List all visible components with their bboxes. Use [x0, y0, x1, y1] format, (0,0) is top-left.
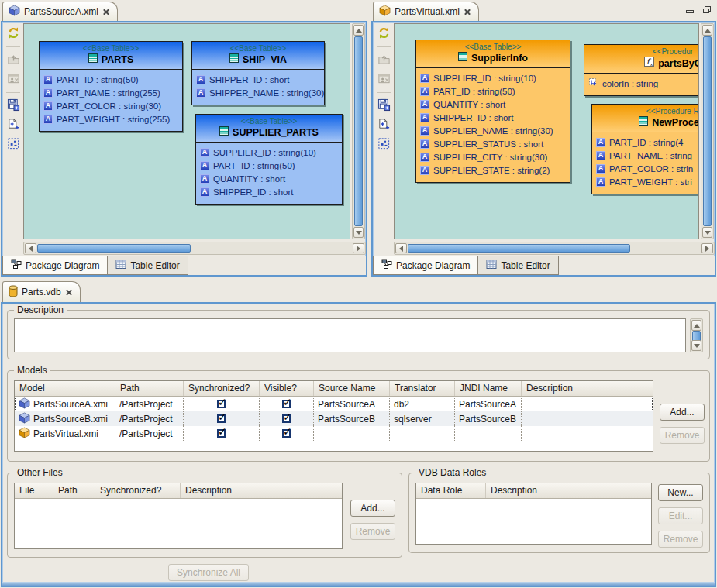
scroll-up-button[interactable] [702, 25, 712, 36]
checkbox-checked-icon[interactable] [217, 429, 226, 438]
selection-mode-button[interactable] [376, 137, 391, 152]
entity-partsByC[interactable]: <<ProcedurfxpartsByCcolorIn : string [584, 44, 699, 96]
data-role-edit-button[interactable]: Edit... [658, 507, 703, 524]
other-files-table[interactable]: FilePathSynchronized?Description [14, 483, 343, 549]
entity-attribute-row[interactable]: AQUANTITY : short [420, 98, 566, 111]
navigate-up-button[interactable] [376, 53, 391, 67]
column-header-path[interactable]: Path [115, 381, 184, 396]
insert-object-button[interactable] [376, 118, 391, 132]
entity-attribute-row[interactable]: APART_COLOR : string(30) [43, 99, 178, 112]
horizontal-scrollbar[interactable] [23, 242, 366, 255]
other-files-add-button[interactable]: Add... [350, 500, 395, 517]
column-header-synchronized[interactable]: Synchronized? [184, 381, 260, 396]
entity-attribute-row[interactable]: APART_WEIGHT : stri [596, 175, 699, 188]
scroll-left-button[interactable] [25, 243, 36, 253]
entity-attribute-row[interactable]: APART_COLOR : strin [596, 162, 699, 175]
models-table-row[interactable]: PartsVirtual.xmi/PartsProject [15, 426, 653, 441]
save-diagram-button[interactable] [376, 98, 391, 113]
column-header-data-role[interactable]: Data Role [416, 483, 486, 498]
description-scrollbar[interactable] [690, 318, 703, 352]
entity-attribute-row[interactable]: ASUPPLIER_CITY : string(30) [420, 150, 566, 163]
entity-attribute-row[interactable]: ASUPPLIER_STATUS : short [420, 137, 566, 150]
refresh-button[interactable] [5, 26, 21, 41]
scroll-right-button[interactable] [353, 243, 364, 253]
entity-attribute-row[interactable]: APART_NAME : string [596, 149, 699, 162]
close-icon[interactable] [464, 9, 471, 15]
preview-diagram-button[interactable] [376, 72, 391, 87]
scrollbar-thumb[interactable] [408, 244, 630, 253]
column-header-visible[interactable]: Visible? [260, 381, 314, 396]
subtab-table-editor[interactable]: Table Editor [108, 256, 188, 275]
synchronize-all-button[interactable]: Synchronize All [168, 564, 249, 581]
maximize-icon[interactable] [701, 5, 712, 14]
subtab-package-diagram[interactable]: Package Diagram [2, 256, 108, 275]
tab-partssourcea[interactable]: PartsSourceA.xmi [2, 2, 118, 21]
insert-object-button[interactable] [5, 118, 21, 132]
column-header-model[interactable]: Model [15, 381, 115, 396]
models-table[interactable]: ModelPathSynchronized?Visible?Source Nam… [14, 380, 653, 452]
column-header-translator[interactable]: Translator [390, 381, 455, 396]
entity-attribute-row[interactable]: ASUPPLIER_ID : string(10) [200, 146, 338, 159]
close-icon[interactable] [65, 289, 72, 296]
vertical-scrollbar[interactable] [701, 23, 714, 239]
navigate-up-button[interactable] [5, 53, 21, 67]
entity-NewProcedu[interactable]: <<Procedure ReNewProceduAPART_ID : strin… [591, 104, 699, 194]
data-role-new-button[interactable]: New... [658, 484, 703, 501]
entity-SHIP_VIA[interactable]: <<Base Table>>SHIP_VIAASHIPPER_ID : shor… [191, 41, 325, 105]
entity-PARTS[interactable]: <<Base Table>>PARTSAPART_ID : string(50)… [39, 41, 183, 132]
entity-attribute-row[interactable]: ASUPPLIER_STATE : string(2) [420, 163, 566, 177]
column-header-description[interactable]: Description [486, 483, 651, 498]
entity-SupplierInfo[interactable]: <<Base Table>>SupplierInfoASUPPLIER_ID :… [415, 40, 570, 183]
scroll-down-button[interactable] [691, 340, 701, 351]
scroll-right-button[interactable] [701, 243, 713, 253]
entity-attribute-row[interactable]: APART_ID : string(50) [200, 159, 338, 172]
tab-partsvdb[interactable]: Parts.vdb [2, 281, 81, 302]
entity-attribute-row[interactable]: APART_ID : string(50) [420, 84, 566, 98]
entity-SUPPLIER_PARTS[interactable]: <<Base Table>>SUPPLIER_PARTSASUPPLIER_ID… [195, 114, 343, 205]
checkbox-checked-icon[interactable] [217, 400, 226, 408]
selection-mode-button[interactable] [5, 137, 21, 152]
preview-diagram-button[interactable] [5, 72, 21, 87]
column-header-description[interactable]: Description [522, 381, 653, 396]
scroll-down-button[interactable] [702, 227, 712, 238]
tab-partsvirtual[interactable]: PartsVirtual.xmi [373, 2, 479, 21]
scroll-left-button[interactable] [395, 243, 407, 253]
description-textarea[interactable] [14, 318, 686, 352]
subtab-table-editor[interactable]: Table Editor [478, 256, 558, 275]
entity-attribute-row[interactable]: APART_WEIGHT : string(255) [43, 112, 178, 126]
checkbox-checked-icon[interactable] [282, 429, 291, 438]
entity-attribute-row[interactable]: APART_ID : string(4 [596, 136, 699, 149]
column-header-path[interactable]: Path [53, 483, 95, 498]
entity-attribute-row[interactable]: colorIn : string [588, 77, 699, 90]
entity-attribute-row[interactable]: AQUANTITY : short [200, 172, 338, 185]
subtab-package-diagram[interactable]: Package Diagram [373, 256, 478, 275]
vertical-scrollbar[interactable] [352, 23, 365, 239]
entity-attribute-row[interactable]: ASHIPPER_ID : short [420, 111, 566, 124]
column-header-source-name[interactable]: Source Name [314, 381, 390, 396]
checkbox-checked-icon[interactable] [282, 400, 291, 408]
scrollbar-thumb[interactable] [703, 36, 712, 226]
entity-attribute-row[interactable]: ASUPPLIER_NAME : string(30) [420, 124, 566, 137]
minimize-icon[interactable] [684, 5, 695, 14]
close-icon[interactable] [102, 9, 109, 15]
entity-attribute-row[interactable]: ASHIPPER_ID : short [200, 185, 338, 198]
models-table-row[interactable]: PartsSourceA.xmi/PartsProjectPartsSource… [15, 397, 653, 411]
scrollbar-thumb[interactable] [37, 244, 191, 253]
column-header-file[interactable]: File [15, 483, 53, 498]
entity-attribute-row[interactable]: ASHIPPER_NAME : string(30) [196, 86, 320, 99]
scroll-up-button[interactable] [353, 25, 364, 36]
scroll-down-button[interactable] [353, 227, 364, 238]
entity-attribute-row[interactable]: ASHIPPER_ID : short [196, 73, 320, 86]
column-header-jndi-name[interactable]: JNDI Name [455, 381, 522, 396]
scrollbar-thumb[interactable] [354, 36, 363, 226]
data-role-remove-button[interactable]: Remove [658, 531, 703, 548]
scroll-up-button[interactable] [691, 320, 701, 331]
checkbox-checked-icon[interactable] [217, 414, 226, 423]
models-table-row[interactable]: PartsSourceB.xmi/PartsProjectPartsSource… [15, 411, 653, 426]
entity-attribute-row[interactable]: ASUPPLIER_ID : string(10) [420, 71, 566, 84]
diagram-canvas[interactable]: <<Base Table>>SupplierInfoASUPPLIER_ID :… [394, 23, 699, 239]
save-diagram-button[interactable] [5, 98, 21, 113]
models-remove-button[interactable]: Remove [660, 427, 705, 444]
horizontal-scrollbar[interactable] [394, 242, 715, 255]
entity-attribute-row[interactable]: APART_ID : string(50) [43, 73, 178, 86]
